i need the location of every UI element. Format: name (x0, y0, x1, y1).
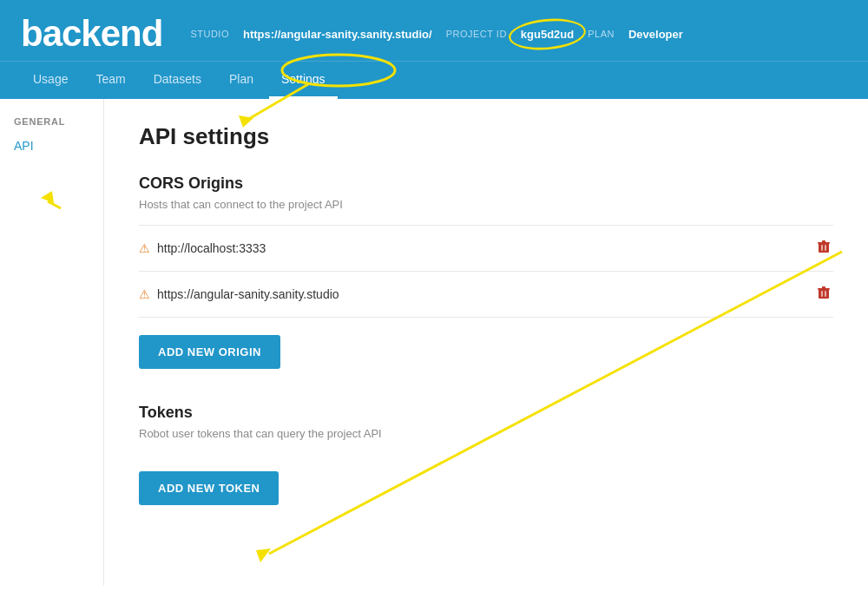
brand-title: backend (21, 16, 162, 52)
header-meta: STUDIO https://angular-sanity.sanity.stu… (190, 28, 682, 41)
content-area: API settings CORS Origins Hosts that can… (104, 99, 868, 586)
nav-bar: Usage Team Datasets Plan Settings (0, 61, 868, 99)
studio-url[interactable]: https://angular-sanity.sanity.studio/ (243, 28, 432, 41)
page-title: API settings (139, 123, 833, 150)
main-content: GENERAL API API settings CORS Origins Ho… (0, 99, 868, 586)
svg-rect-9 (825, 291, 826, 297)
svg-rect-7 (818, 288, 830, 290)
sidebar-section-label: GENERAL (0, 116, 103, 134)
cors-subtitle: Hosts that can connect to the project AP… (139, 198, 833, 211)
origin-left-1: ⚠ https://angular-sanity.sanity.studio (139, 287, 339, 301)
table-row: ⚠ http://localhost:3333 (139, 226, 833, 272)
origins-list: ⚠ http://localhost:3333 (139, 225, 833, 318)
svg-rect-5 (819, 289, 829, 299)
header-top: backend STUDIO https://angular-sanity.sa… (0, 0, 868, 61)
plan-value: Developer (628, 28, 683, 41)
project-id-highlight: kgu5d2ud (521, 28, 574, 41)
sidebar-item-api-label: API (14, 139, 34, 153)
studio-label: STUDIO (190, 29, 229, 39)
tokens-subtitle: Robot user tokens that can query the pro… (139, 427, 833, 440)
svg-rect-4 (825, 245, 826, 251)
sidebar-item-api[interactable]: API (0, 134, 103, 158)
project-id-value: kgu5d2ud (521, 28, 574, 41)
trash-icon-1 (818, 286, 830, 299)
warning-icon-0: ⚠ (139, 241, 150, 255)
header: backend STUDIO https://angular-sanity.sa… (0, 0, 868, 99)
origin-url-1: https://angular-sanity.sanity.studio (157, 287, 339, 301)
delete-origin-0-button[interactable] (814, 236, 833, 260)
nav-item-datasets[interactable]: Datasets (141, 62, 214, 99)
svg-rect-2 (818, 242, 830, 244)
svg-rect-8 (821, 291, 823, 297)
table-row: ⚠ https://angular-sanity.sanity.studio (139, 272, 833, 318)
add-new-token-button[interactable]: ADD NEW TOKEN (139, 471, 279, 505)
svg-rect-0 (819, 243, 829, 253)
origin-url-0: http://localhost:3333 (157, 241, 266, 255)
cors-title: CORS Origins (139, 174, 833, 193)
tokens-section: Tokens Robot user tokens that can query … (139, 404, 833, 533)
warning-icon-1: ⚠ (139, 287, 150, 301)
project-id-label: PROJECT ID (446, 29, 507, 39)
nav-item-plan[interactable]: Plan (217, 62, 266, 99)
nav-item-usage[interactable]: Usage (21, 62, 80, 99)
tokens-title: Tokens (139, 404, 833, 422)
nav-item-settings[interactable]: Settings (269, 62, 338, 99)
trash-icon-0 (818, 240, 830, 253)
plan-label: PLAN (588, 29, 615, 39)
svg-rect-3 (821, 245, 823, 251)
cors-section: CORS Origins Hosts that can connect to t… (139, 174, 833, 397)
origin-left-0: ⚠ http://localhost:3333 (139, 241, 266, 255)
sidebar: GENERAL API (0, 99, 104, 586)
delete-origin-1-button[interactable] (814, 282, 833, 306)
nav-item-team[interactable]: Team (83, 62, 137, 99)
add-new-origin-button[interactable]: ADD NEW ORIGIN (139, 335, 280, 369)
